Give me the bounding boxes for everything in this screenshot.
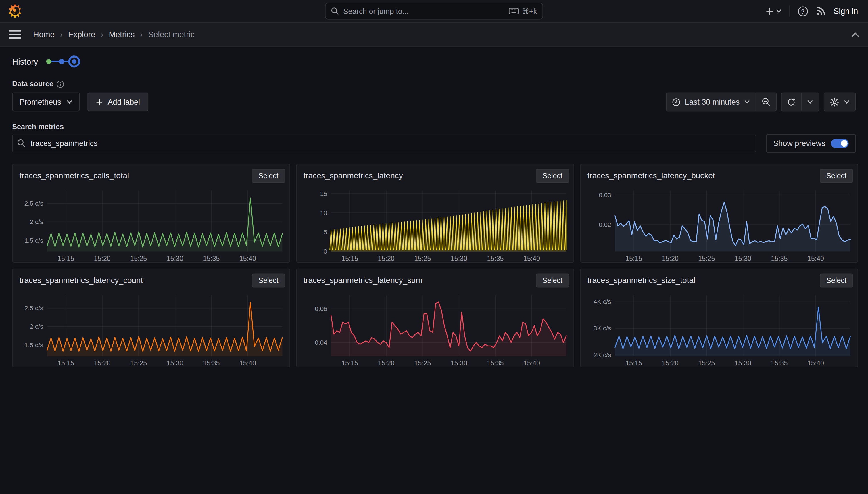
grafana-app: Search or jump to... ⌘+k — [0, 0, 868, 494]
datasource-section-label: Data source — [12, 80, 856, 88]
collapse-header-button[interactable] — [851, 32, 859, 37]
gear-icon — [830, 97, 839, 107]
svg-text:0.04: 0.04 — [315, 339, 327, 346]
metric-preview-chart[interactable]: 15:1515:2015:2515:3015:3515:401.5 c/s2 c… — [17, 186, 285, 264]
metric-preview-chart[interactable]: 15:1515:2015:2515:3015:3515:400.020.03 — [585, 186, 853, 264]
breadcrumb-separator: › — [60, 30, 62, 39]
metric-preview-chart[interactable]: 15:1515:2015:2515:3015:3515:401.5 c/s2 c… — [17, 291, 285, 368]
svg-text:15:15: 15:15 — [58, 359, 74, 367]
global-search-box[interactable]: Search or jump to... ⌘+k — [325, 3, 543, 20]
svg-text:15:40: 15:40 — [524, 359, 540, 367]
refresh-button[interactable] — [782, 93, 801, 111]
svg-text:15:30: 15:30 — [167, 255, 183, 262]
new-menu-button[interactable] — [765, 7, 782, 15]
datasource-picker[interactable]: Prometheus — [12, 93, 80, 111]
breadcrumb-explore[interactable]: Explore — [68, 30, 95, 39]
breadcrumb-select-metric: Select metric — [148, 30, 194, 39]
explore-metrics-content: History Data source Prometheus — [0, 46, 868, 367]
svg-text:15: 15 — [320, 190, 328, 197]
select-metric-button[interactable]: Select — [536, 273, 569, 287]
time-range-group: Last 30 minutes — [666, 93, 776, 111]
refresh-interval-dropdown[interactable] — [802, 93, 819, 111]
select-metric-button[interactable]: Select — [536, 169, 569, 183]
keyboard-icon — [509, 8, 519, 14]
news-button[interactable] — [816, 6, 826, 16]
zoom-out-button[interactable] — [756, 93, 776, 111]
plus-icon — [96, 98, 103, 106]
chevron-down-icon — [776, 9, 782, 13]
svg-text:1.5 c/s: 1.5 c/s — [24, 237, 43, 244]
metric-preview-chart[interactable]: 15:1515:2015:2515:3015:3515:400.040.06 — [301, 291, 569, 368]
svg-text:2.5 c/s: 2.5 c/s — [24, 304, 43, 312]
sign-in-button[interactable]: Sign in — [833, 6, 858, 16]
metric-panel-title: traces_spanmetrics_size_total — [585, 273, 695, 285]
history-steps-timeline[interactable] — [44, 54, 80, 69]
help-icon: ? — [797, 6, 808, 16]
select-metric-button[interactable]: Select — [820, 273, 853, 287]
svg-text:5: 5 — [323, 229, 327, 236]
svg-text:15:30: 15:30 — [167, 359, 183, 367]
metric-panel-title: traces_spanmetrics_latency_bucket — [585, 169, 715, 180]
svg-text:15:20: 15:20 — [94, 255, 111, 262]
svg-text:15:25: 15:25 — [414, 359, 431, 367]
svg-text:15:40: 15:40 — [239, 255, 256, 262]
metric-panel-title: traces_spanmetrics_latency_count — [17, 273, 143, 285]
svg-text:15:30: 15:30 — [451, 359, 467, 367]
svg-text:1.5 c/s: 1.5 c/s — [24, 342, 43, 349]
help-button[interactable]: ? — [797, 6, 808, 16]
top-nav-bar: Search or jump to... ⌘+k — [0, 0, 868, 23]
top-nav-divider — [789, 5, 790, 17]
grafana-logo-icon[interactable] — [7, 3, 23, 19]
svg-text:15:35: 15:35 — [487, 359, 504, 367]
svg-text:4K c/s: 4K c/s — [593, 298, 611, 305]
metric-preview-chart[interactable]: 15:1515:2015:2515:3015:3515:402K c/s3K c… — [585, 291, 853, 368]
svg-text:15:35: 15:35 — [203, 359, 220, 367]
select-metric-button[interactable]: Select — [252, 273, 285, 287]
svg-text:15:35: 15:35 — [203, 255, 220, 262]
svg-text:15:40: 15:40 — [524, 255, 540, 262]
svg-text:15:35: 15:35 — [487, 255, 504, 262]
chevron-down-icon — [844, 100, 850, 104]
time-range-picker[interactable]: Last 30 minutes — [667, 93, 756, 111]
menu-toggle-button[interactable] — [9, 30, 21, 39]
chevron-down-icon — [744, 100, 750, 104]
breadcrumb-bar: Home › Explore › Metrics › Select metric — [0, 23, 868, 46]
metric-panel: traces_spanmetrics_size_total Select 15:… — [580, 269, 858, 367]
show-previews-control: Show previews — [766, 134, 856, 153]
svg-text:15:30: 15:30 — [735, 359, 751, 367]
breadcrumb-metrics[interactable]: Metrics — [109, 30, 135, 39]
history-row: History — [12, 54, 856, 69]
svg-text:15:35: 15:35 — [771, 359, 788, 367]
breadcrumb: Home › Explore › Metrics › Select metric — [33, 30, 195, 39]
settings-button[interactable] — [824, 93, 855, 111]
show-previews-toggle[interactable] — [831, 139, 849, 148]
history-step-start[interactable] — [46, 59, 51, 64]
search-metrics-label: Search metrics — [12, 122, 856, 131]
clock-icon — [672, 98, 680, 106]
metric-previews-grid: traces_spanmetrics_calls_total Select 15… — [12, 164, 856, 367]
svg-text:0.02: 0.02 — [599, 221, 611, 228]
rss-icon — [816, 6, 826, 16]
svg-text:0.03: 0.03 — [599, 191, 611, 199]
svg-text:2K c/s: 2K c/s — [593, 352, 611, 359]
controls-row: Prometheus Add label — [12, 93, 856, 111]
metric-panel: traces_spanmetrics_latency_count Select … — [12, 269, 290, 367]
breadcrumb-home[interactable]: Home — [33, 30, 55, 39]
select-metric-button[interactable]: Select — [820, 169, 853, 183]
metric-preview-chart[interactable]: 15:1515:2015:2515:3015:3515:40051015 — [301, 186, 569, 264]
history-step-middle[interactable] — [59, 59, 64, 64]
svg-text:0.06: 0.06 — [315, 305, 327, 312]
add-label-button[interactable]: Add label — [88, 93, 148, 111]
breadcrumb-separator: › — [101, 30, 103, 39]
svg-text:15:20: 15:20 — [662, 255, 678, 262]
metric-search-input[interactable] — [12, 135, 756, 152]
svg-text:2 c/s: 2 c/s — [29, 323, 43, 330]
refresh-group — [781, 93, 820, 111]
metric-panel-title: traces_spanmetrics_latency_sum — [301, 273, 422, 285]
svg-text:2.5 c/s: 2.5 c/s — [24, 200, 43, 207]
metric-panel: traces_spanmetrics_latency Select 15:151… — [296, 164, 574, 263]
chevron-down-icon — [67, 100, 73, 104]
metric-panel: traces_spanmetrics_calls_total Select 15… — [12, 164, 290, 263]
select-metric-button[interactable]: Select — [252, 169, 285, 183]
refresh-icon — [787, 98, 795, 106]
